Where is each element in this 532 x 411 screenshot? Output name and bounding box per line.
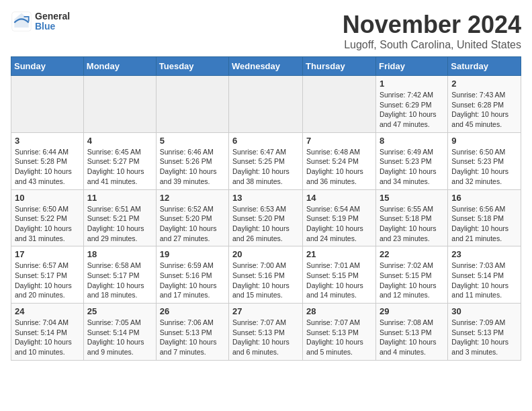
calendar-body: 1Sunrise: 7:42 AM Sunset: 6:29 PM Daylig… [11,76,521,361]
day-number: 16 [451,193,517,203]
calendar-cell: 5Sunrise: 6:46 AM Sunset: 5:26 PM Daylig… [156,132,228,189]
calendar-cell: 25Sunrise: 7:05 AM Sunset: 5:14 PM Dayli… [83,304,156,361]
calendar-cell: 11Sunrise: 6:51 AM Sunset: 5:21 PM Dayli… [83,189,156,246]
day-info: Sunrise: 6:55 AM Sunset: 5:18 PM Dayligh… [380,204,444,244]
day-info: Sunrise: 7:01 AM Sunset: 5:15 PM Dayligh… [306,261,372,300]
calendar-cell: 9Sunrise: 6:50 AM Sunset: 5:23 PM Daylig… [448,132,521,189]
day-info: Sunrise: 6:48 AM Sunset: 5:24 PM Dayligh… [306,147,372,187]
calendar-cell: 12Sunrise: 6:52 AM Sunset: 5:20 PM Dayli… [156,189,228,246]
day-number: 14 [306,193,372,203]
calendar-cell [11,76,84,133]
location: Lugoff, South Carolina, United States [343,39,521,51]
day-info: Sunrise: 6:50 AM Sunset: 5:23 PM Dayligh… [451,147,517,187]
day-info: Sunrise: 7:05 AM Sunset: 5:14 PM Dayligh… [87,318,152,357]
day-number: 30 [451,306,517,316]
title-area: November 2024 Lugoff, South Carolina, Un… [343,11,521,51]
day-info: Sunrise: 6:51 AM Sunset: 5:21 PM Dayligh… [87,204,152,244]
calendar-cell: 14Sunrise: 6:54 AM Sunset: 5:19 PM Dayli… [303,189,376,246]
week-row-1: 1Sunrise: 7:42 AM Sunset: 6:29 PM Daylig… [11,76,521,133]
logo-text: General Blue [35,11,70,32]
calendar-cell: 24Sunrise: 7:04 AM Sunset: 5:14 PM Dayli… [11,304,84,361]
calendar-cell: 16Sunrise: 6:56 AM Sunset: 5:18 PM Dayli… [448,189,521,246]
day-info: Sunrise: 6:53 AM Sunset: 5:20 PM Dayligh… [232,204,299,244]
day-number: 8 [380,136,444,146]
day-info: Sunrise: 6:47 AM Sunset: 5:25 PM Dayligh… [232,147,299,187]
calendar-cell: 20Sunrise: 7:00 AM Sunset: 5:16 PM Dayli… [229,246,303,304]
day-info: Sunrise: 7:07 AM Sunset: 5:13 PM Dayligh… [306,318,372,357]
day-number: 13 [232,193,299,203]
header: General Blue November 2024 Lugoff, South… [11,11,521,51]
day-info: Sunrise: 6:45 AM Sunset: 5:27 PM Dayligh… [87,147,152,187]
day-number: 15 [380,193,444,203]
day-number: 19 [160,249,225,259]
day-number: 18 [87,249,152,259]
week-row-2: 3Sunrise: 6:44 AM Sunset: 5:28 PM Daylig… [11,132,521,189]
calendar-cell: 27Sunrise: 7:07 AM Sunset: 5:13 PM Dayli… [229,304,303,361]
day-header-saturday: Saturday [448,57,521,76]
day-header-thursday: Thursday [303,57,376,76]
calendar-cell: 30Sunrise: 7:09 AM Sunset: 5:13 PM Dayli… [448,304,521,361]
day-number: 9 [451,136,517,146]
calendar-cell: 15Sunrise: 6:55 AM Sunset: 5:18 PM Dayli… [375,189,447,246]
calendar-cell: 18Sunrise: 6:58 AM Sunset: 5:17 PM Dayli… [83,246,156,304]
day-header-sunday: Sunday [11,57,84,76]
day-number: 5 [160,136,225,146]
calendar-cell: 2Sunrise: 7:43 AM Sunset: 6:28 PM Daylig… [448,76,521,133]
day-number: 1 [380,79,444,89]
day-info: Sunrise: 6:46 AM Sunset: 5:26 PM Dayligh… [160,147,225,187]
calendar-cell: 4Sunrise: 6:45 AM Sunset: 5:27 PM Daylig… [83,132,156,189]
day-number: 2 [451,79,517,89]
calendar-cell: 22Sunrise: 7:02 AM Sunset: 5:15 PM Dayli… [375,246,447,304]
day-number: 11 [87,193,152,203]
day-header-wednesday: Wednesday [229,57,303,76]
day-header-monday: Monday [83,57,156,76]
logo-icon [11,11,32,32]
logo: General Blue [11,11,70,32]
day-number: 29 [380,306,444,316]
day-info: Sunrise: 6:57 AM Sunset: 5:17 PM Dayligh… [15,261,80,300]
day-info: Sunrise: 7:04 AM Sunset: 5:14 PM Dayligh… [15,318,80,357]
day-info: Sunrise: 7:06 AM Sunset: 5:13 PM Dayligh… [160,318,225,357]
day-header-friday: Friday [375,57,447,76]
calendar-cell: 17Sunrise: 6:57 AM Sunset: 5:17 PM Dayli… [11,246,84,304]
day-header-tuesday: Tuesday [156,57,228,76]
day-info: Sunrise: 7:43 AM Sunset: 6:28 PM Dayligh… [451,90,517,130]
calendar-cell: 23Sunrise: 7:03 AM Sunset: 5:14 PM Dayli… [448,246,521,304]
day-info: Sunrise: 7:08 AM Sunset: 5:13 PM Dayligh… [380,318,444,357]
calendar-cell [303,76,376,133]
calendar-cell [156,76,228,133]
day-info: Sunrise: 6:49 AM Sunset: 5:23 PM Dayligh… [380,147,444,187]
calendar-cell: 28Sunrise: 7:07 AM Sunset: 5:13 PM Dayli… [303,304,376,361]
day-info: Sunrise: 6:56 AM Sunset: 5:18 PM Dayligh… [451,204,517,244]
calendar-cell: 3Sunrise: 6:44 AM Sunset: 5:28 PM Daylig… [11,132,84,189]
day-number: 4 [87,136,152,146]
calendar-cell: 19Sunrise: 6:59 AM Sunset: 5:16 PM Dayli… [156,246,228,304]
day-number: 3 [15,136,80,146]
day-number: 25 [87,306,152,316]
day-number: 12 [160,193,225,203]
calendar-cell: 10Sunrise: 6:50 AM Sunset: 5:22 PM Dayli… [11,189,84,246]
calendar-cell: 21Sunrise: 7:01 AM Sunset: 5:15 PM Dayli… [303,246,376,304]
day-info: Sunrise: 7:02 AM Sunset: 5:15 PM Dayligh… [380,261,444,300]
day-number: 23 [451,249,517,259]
day-number: 26 [160,306,225,316]
day-info: Sunrise: 7:07 AM Sunset: 5:13 PM Dayligh… [232,318,299,357]
day-info: Sunrise: 7:03 AM Sunset: 5:14 PM Dayligh… [451,261,517,300]
calendar-cell: 6Sunrise: 6:47 AM Sunset: 5:25 PM Daylig… [229,132,303,189]
day-info: Sunrise: 7:42 AM Sunset: 6:29 PM Dayligh… [380,90,444,130]
logo-blue: Blue [35,21,70,32]
logo-general: General [35,11,70,21]
day-number: 17 [15,249,80,259]
day-number: 21 [306,249,372,259]
calendar-cell: 26Sunrise: 7:06 AM Sunset: 5:13 PM Dayli… [156,304,228,361]
calendar-cell [229,76,303,133]
calendar-cell: 7Sunrise: 6:48 AM Sunset: 5:24 PM Daylig… [303,132,376,189]
day-number: 10 [15,193,80,203]
calendar-header: SundayMondayTuesdayWednesdayThursdayFrid… [11,57,521,76]
calendar-cell: 1Sunrise: 7:42 AM Sunset: 6:29 PM Daylig… [375,76,447,133]
day-number: 7 [306,136,372,146]
day-number: 27 [232,306,299,316]
calendar-cell: 8Sunrise: 6:49 AM Sunset: 5:23 PM Daylig… [375,132,447,189]
month-title: November 2024 [343,11,521,39]
calendar-cell: 13Sunrise: 6:53 AM Sunset: 5:20 PM Dayli… [229,189,303,246]
